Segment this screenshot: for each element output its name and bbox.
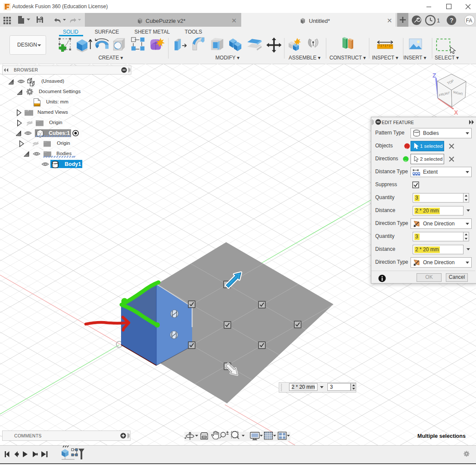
svg-text:EDIT FEATURE: EDIT FEATURE bbox=[382, 120, 414, 125]
svg-text:INSPECT ▾: INSPECT ▾ bbox=[372, 55, 398, 61]
svg-text:COMMENTS: COMMENTS bbox=[14, 433, 42, 438]
svg-text:?: ? bbox=[450, 17, 454, 24]
svg-text:CONSTRUCT ▾: CONSTRUCT ▾ bbox=[330, 55, 366, 61]
svg-text:SURFACE: SURFACE bbox=[95, 29, 119, 35]
svg-text:CREATE ▾: CREATE ▾ bbox=[98, 55, 123, 61]
svg-text:X: X bbox=[454, 109, 458, 116]
svg-text:Z: Z bbox=[432, 72, 436, 79]
svg-text:ASSEMBLE ▾: ASSEMBLE ▾ bbox=[289, 55, 320, 61]
svg-text:1: 1 bbox=[437, 17, 440, 24]
svg-text:SOLID: SOLID bbox=[63, 29, 78, 35]
svg-text:TOOLS: TOOLS bbox=[185, 29, 202, 35]
svg-text:SELECT ▾: SELECT ▾ bbox=[435, 55, 459, 61]
svg-text:DESIGN: DESIGN bbox=[17, 42, 37, 48]
svg-text:SHEET METAL: SHEET METAL bbox=[134, 29, 170, 35]
svg-text:FA: FA bbox=[466, 18, 473, 24]
svg-text:MODIFY ▾: MODIFY ▾ bbox=[215, 55, 240, 61]
svg-text:INSERT ▾: INSERT ▾ bbox=[404, 55, 426, 61]
